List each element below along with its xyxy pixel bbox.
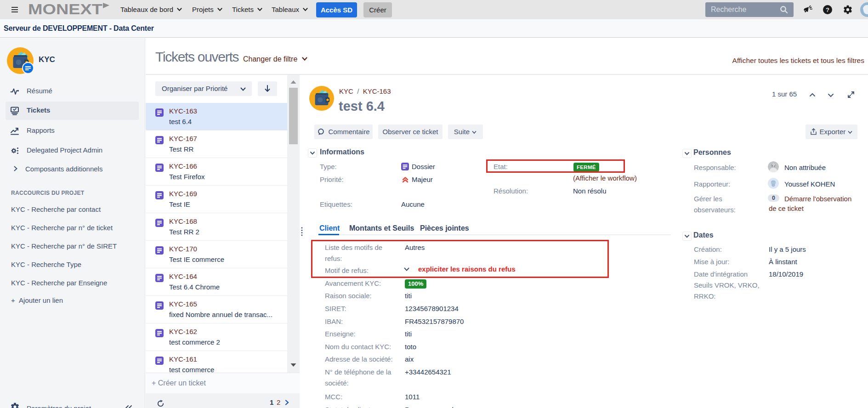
svg-text:?: ? bbox=[826, 6, 829, 13]
svg-text:?: ? bbox=[772, 163, 775, 168]
